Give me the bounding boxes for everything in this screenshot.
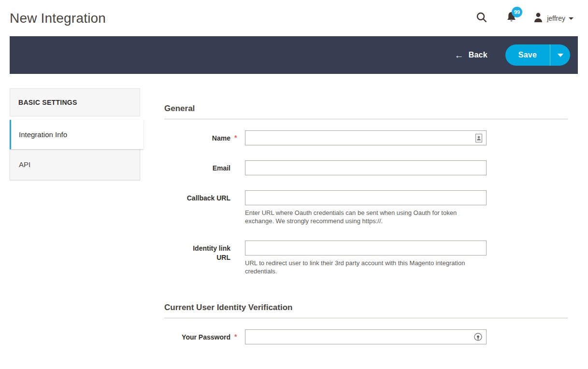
required-asterisk bbox=[230, 241, 245, 276]
your-password-label: Your Password bbox=[180, 329, 230, 344]
your-password-input[interactable] bbox=[245, 329, 487, 344]
required-asterisk: * bbox=[230, 130, 245, 145]
page-actions-toolbar: ← Back Save bbox=[10, 36, 578, 74]
email-label: Email bbox=[180, 160, 230, 175]
email-input[interactable] bbox=[245, 160, 487, 175]
password-reveal-icon[interactable] bbox=[474, 333, 482, 343]
back-arrow-icon: ← bbox=[455, 51, 464, 60]
sidebar-section-title: BASIC SETTINGS bbox=[10, 88, 140, 116]
save-button[interactable]: Save bbox=[505, 44, 550, 66]
field-row-your-password: Your Password * bbox=[164, 329, 568, 344]
section-title-identity-verification: Current User Identity Verification bbox=[164, 303, 568, 312]
field-row-email: Email bbox=[164, 160, 568, 175]
section-title-general: General bbox=[164, 104, 568, 114]
back-button[interactable]: ← Back bbox=[452, 50, 490, 60]
required-asterisk: * bbox=[230, 329, 245, 344]
integration-form: General Name * bbox=[164, 88, 568, 344]
autofill-contact-icon[interactable] bbox=[475, 134, 482, 144]
required-asterisk bbox=[230, 190, 245, 226]
identity-link-url-input[interactable] bbox=[245, 241, 487, 255]
back-button-label: Back bbox=[469, 51, 488, 59]
header-actions: 99 jeffrey bbox=[476, 11, 574, 25]
caret-down-icon bbox=[558, 54, 563, 57]
user-name: jeffrey bbox=[547, 14, 565, 22]
user-avatar-icon bbox=[533, 12, 543, 24]
name-label: Name bbox=[180, 130, 230, 145]
content-area: BASIC SETTINGS Integration Info API Gene… bbox=[0, 74, 588, 344]
sidebar-item-integration-info[interactable]: Integration Info bbox=[10, 120, 143, 149]
field-row-name: Name * bbox=[164, 130, 568, 145]
page-title: New Integration bbox=[10, 11, 106, 26]
settings-sidebar: BASIC SETTINGS Integration Info API bbox=[10, 88, 140, 180]
save-options-toggle[interactable] bbox=[550, 44, 570, 66]
field-row-callback-url: Callback URL Enter URL where Oauth crede… bbox=[164, 190, 568, 226]
field-row-identity-link-url: Identity link URL URL to redirect user t… bbox=[164, 241, 568, 276]
name-input[interactable] bbox=[245, 130, 487, 145]
callback-url-input[interactable] bbox=[245, 190, 487, 205]
search-icon bbox=[476, 12, 488, 25]
sidebar-nav-list: Integration Info API bbox=[10, 120, 140, 180]
user-menu[interactable]: jeffrey bbox=[533, 12, 574, 24]
section-divider bbox=[164, 318, 568, 318]
save-split-button: Save bbox=[505, 44, 570, 66]
required-asterisk bbox=[230, 160, 245, 175]
page-header: New Integration 99 bbox=[0, 0, 588, 36]
identity-link-url-label: Identity link URL bbox=[180, 241, 230, 276]
sidebar-item-api[interactable]: API bbox=[10, 149, 140, 180]
callback-url-label: Callback URL bbox=[180, 190, 230, 226]
notifications-button[interactable]: 99 bbox=[506, 11, 517, 25]
section-divider bbox=[164, 119, 568, 119]
caret-down-icon bbox=[569, 17, 574, 20]
callback-url-note: Enter URL where Oauth credentials can be… bbox=[245, 209, 487, 226]
notification-count-badge: 99 bbox=[512, 7, 522, 17]
identity-link-url-note: URL to redirect user to link their 3rd p… bbox=[245, 259, 487, 276]
search-button[interactable] bbox=[476, 12, 488, 25]
